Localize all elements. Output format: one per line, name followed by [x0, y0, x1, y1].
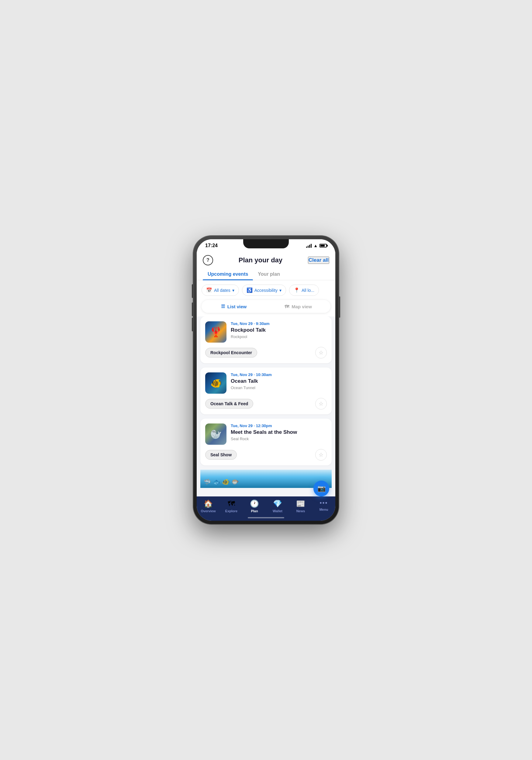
tab-upcoming-events[interactable]: Upcoming events — [203, 268, 253, 280]
menu-icon: ••• — [319, 499, 328, 506]
event-footer-ocean: Ocean Talk & Feed ☆ — [205, 398, 327, 409]
nav-item-overview[interactable]: 🏠 Overview — [197, 499, 220, 513]
page-title: Plan your day — [239, 256, 282, 264]
nav-item-plan[interactable]: 🕐 Plan — [243, 499, 266, 513]
event-tag-rockpool[interactable]: Rockpool Encounter — [205, 348, 257, 357]
home-bar — [248, 517, 284, 518]
list-view-button[interactable]: ☰ List view — [202, 300, 266, 313]
nav-label-explore: Explore — [225, 509, 237, 513]
explore-icon: 🗺 — [228, 499, 235, 508]
help-button[interactable]: ? — [203, 255, 213, 265]
nav-label-overview: Overview — [201, 509, 216, 513]
event-location-ocean: Ocean Tunnel — [231, 386, 327, 390]
event-title-ocean: Ocean Talk — [231, 378, 327, 384]
nav-item-wallet[interactable]: 💎 Wallet — [266, 499, 289, 513]
event-main-ocean: Tue, Nov 29 · 10:30am Ocean Talk Ocean T… — [205, 372, 327, 394]
nav-item-explore[interactable]: 🗺 Explore — [220, 499, 243, 513]
event-card-seals: Tue, Nov 29 · 12:30pm Meet the Seals at … — [200, 419, 332, 465]
calendar-icon: 📅 — [206, 287, 212, 293]
event-info-ocean: Tue, Nov 29 · 10:30am Ocean Talk Ocean T… — [231, 372, 327, 390]
event-info-seals: Tue, Nov 29 · 12:30pm Meet the Seals at … — [231, 423, 327, 441]
event-location-rockpool: Rockpool — [231, 334, 327, 339]
tab-bar: Upcoming events Your plan — [197, 268, 335, 280]
nav-label-news: News — [296, 509, 305, 513]
star-icon: ☆ — [318, 451, 323, 458]
view-toggle: ☰ List view 🗺 Map view — [202, 300, 330, 313]
event-title-seals: Meet the Seals at the Show — [231, 429, 327, 435]
favorite-ocean-button[interactable]: ☆ — [315, 398, 327, 409]
signal-bar-3 — [309, 245, 310, 248]
event-tag-ocean[interactable]: Ocean Talk & Feed — [205, 399, 253, 408]
ocean-wave-decoration — [200, 470, 332, 488]
bottom-navigation: 🏠 Overview 🗺 Explore 🕐 Plan 💎 Wallet 📰 N… — [197, 497, 335, 515]
camera-scan-icon: 📷 — [317, 485, 325, 493]
nav-item-menu[interactable]: ••• Menu — [312, 499, 335, 513]
status-time: 17:24 — [205, 243, 218, 248]
events-list: Tue, Nov 29 · 9:30am Rockpool Talk Rockp… — [197, 316, 335, 497]
event-footer-seals: Seal Show ☆ — [205, 449, 327, 460]
event-date-rockpool: Tue, Nov 29 · 9:30am — [231, 321, 327, 326]
event-title-rockpool: Rockpool Talk — [231, 327, 327, 333]
nav-label-menu: Menu — [319, 508, 328, 511]
list-icon: ☰ — [221, 304, 225, 309]
event-thumb-ocean — [205, 372, 226, 394]
camera-scan-fab[interactable]: 📷 — [314, 481, 329, 497]
nav-label-plan: Plan — [251, 509, 258, 513]
map-view-button[interactable]: 🗺 Map view — [266, 300, 330, 313]
signal-icon — [306, 244, 312, 248]
tab-your-plan[interactable]: Your plan — [253, 268, 285, 280]
chevron-down-icon: ▾ — [279, 288, 281, 293]
event-main-seals: Tue, Nov 29 · 12:30pm Meet the Seals at … — [205, 423, 327, 445]
event-date-ocean: Tue, Nov 29 · 10:30am — [231, 372, 327, 377]
star-icon: ☆ — [318, 349, 323, 356]
nav-item-news[interactable]: 📰 News — [289, 499, 312, 513]
home-icon: 🏠 — [204, 499, 213, 508]
event-footer-rockpool: Rockpool Encounter ☆ — [205, 347, 327, 358]
app-content: ? Plan your day Clear all Upcoming event… — [197, 251, 335, 497]
favorite-rockpool-button[interactable]: ☆ — [315, 347, 327, 358]
event-info-rockpool: Tue, Nov 29 · 9:30am Rockpool Talk Rockp… — [231, 321, 327, 339]
favorite-seals-button[interactable]: ☆ — [315, 449, 327, 460]
event-location-seals: Seal Rock — [231, 437, 327, 441]
event-card-rockpool: Tue, Nov 29 · 9:30am Rockpool Talk Rockp… — [200, 316, 332, 363]
filter-accessibility-button[interactable]: ♿ Accessibility ▾ — [242, 285, 286, 296]
filter-dates-button[interactable]: 📅 All dates ▾ — [202, 285, 239, 296]
event-thumb-rockpool — [205, 321, 226, 343]
news-icon: 📰 — [296, 499, 305, 508]
help-icon: ? — [207, 258, 210, 263]
status-icons: ▲ — [306, 243, 327, 248]
header: ? Plan your day Clear all — [197, 251, 335, 268]
battery-fill — [320, 245, 325, 247]
filters-bar: 📅 All dates ▾ ♿ Accessibility ▾ 📍 All lo… — [197, 280, 335, 300]
filter-location-button[interactable]: 📍 All lo... — [289, 285, 319, 296]
clear-all-button[interactable]: Clear all — [308, 257, 329, 264]
signal-bar-1 — [306, 247, 307, 248]
map-icon: 🗺 — [285, 304, 289, 309]
event-date-seals: Tue, Nov 29 · 12:30pm — [231, 423, 327, 428]
nav-label-wallet: Wallet — [273, 509, 282, 513]
event-tag-seals[interactable]: Seal Show — [205, 450, 237, 460]
signal-bar-2 — [308, 246, 309, 248]
home-indicator — [197, 515, 335, 521]
battery-icon — [319, 244, 327, 248]
wallet-icon: 💎 — [273, 499, 282, 508]
phone-frame: 17:24 ▲ ? Plan your — [193, 236, 339, 524]
event-card-ocean: Tue, Nov 29 · 10:30am Ocean Talk Ocean T… — [200, 367, 332, 414]
chevron-down-icon: ▾ — [232, 288, 234, 293]
signal-bar-4 — [311, 244, 312, 248]
phone-screen: 17:24 ▲ ? Plan your — [197, 239, 335, 521]
notch — [243, 239, 289, 248]
event-thumb-seals — [205, 423, 226, 445]
event-main-rockpool: Tue, Nov 29 · 9:30am Rockpool Talk Rockp… — [205, 321, 327, 343]
star-icon: ☆ — [318, 401, 323, 407]
location-icon: 📍 — [294, 287, 300, 293]
plan-icon: 🕐 — [250, 499, 259, 508]
accessibility-icon: ♿ — [247, 287, 253, 293]
wifi-icon: ▲ — [314, 243, 318, 248]
